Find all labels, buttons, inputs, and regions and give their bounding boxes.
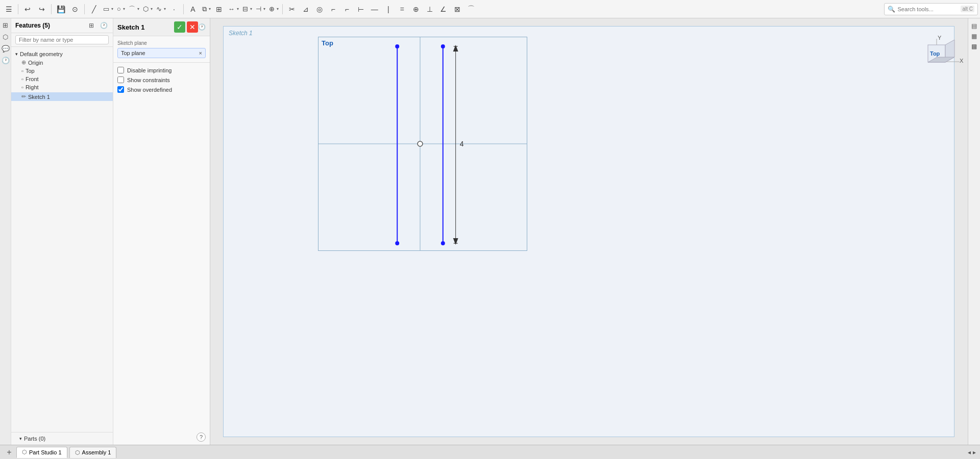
perp-icon: ⊥ [427, 5, 433, 13]
sidebar-item-front[interactable]: ▫ Front [11, 75, 113, 83]
polygon-tool-button[interactable]: ⬡ ▾ [141, 3, 154, 16]
pattern-tool-button[interactable]: ⊟ ▾ [240, 3, 253, 16]
plus-icon: + [7, 448, 11, 457]
equal-button[interactable]: = [396, 3, 409, 16]
search-icon: 🔍 [888, 6, 895, 13]
show-constraints-label: Show constraints [127, 77, 170, 83]
plane-label: Sketch plane [117, 40, 206, 46]
chamfer-icon: ⌐ [345, 5, 349, 13]
line-v-icon: | [387, 5, 389, 13]
tab-assembly-label: Assembly 1 [82, 449, 111, 455]
add-tab-button[interactable]: + [4, 447, 14, 457]
coincident-button[interactable]: ⊠ [451, 3, 464, 16]
spline-tool-button[interactable]: ∿ ▾ [154, 3, 167, 16]
svg-point-8 [418, 141, 423, 146]
rect-tool-button[interactable]: ▭ ▾ [101, 3, 114, 16]
menu-icon: ☰ [6, 5, 12, 13]
sketch-viewport-container: Sketch 1 Top [223, 26, 954, 437]
arc-tool-button[interactable]: ⌒ ▾ [127, 3, 140, 16]
plane-icon-right: ▫ [21, 84, 23, 90]
history-button[interactable]: 🕐 [99, 20, 109, 31]
help-button[interactable]: ? [197, 432, 206, 442]
tangent-button[interactable]: ⌒ [464, 3, 478, 16]
project-tool-button[interactable]: ⊕ ▾ [267, 3, 280, 16]
line-tool-button[interactable]: ╱ [87, 3, 101, 16]
line-v-button[interactable]: | [382, 3, 395, 16]
circle-tool-button[interactable]: ○ ▾ [115, 3, 126, 16]
sidebar-item-top[interactable]: ▫ Top [11, 67, 113, 75]
sidebar-item-origin[interactable]: ⊕ Origin [11, 58, 113, 67]
angle-button[interactable]: ∠ [437, 3, 450, 16]
construction-button[interactable]: — [368, 3, 381, 16]
main-layout: ⊞ ⬡ 💬 🕐 Features (5) ⊞ 🕐 ▾ Default geome… [0, 18, 980, 445]
show-constraints-option[interactable]: Show constraints [117, 76, 206, 83]
view-icon-3[interactable]: ▩ [971, 43, 977, 50]
view-icon-2[interactable]: ▦ [971, 33, 977, 40]
bottom-bar: + ⬡ Part Studio 1 ⬡ Assembly 1 ◂ ▸ [0, 445, 980, 459]
canvas-area[interactable]: Sketch 1 Top [210, 18, 980, 445]
main-toolbar: ☰ ↩ ↪ 💾 ⊙ ╱ ▭ ▾ ○ ▾ ⌒ ▾ ⬡ ▾ [0, 0, 980, 18]
perp-button[interactable]: ⊥ [423, 3, 436, 16]
bottom-icon-left[interactable]: ◂ [968, 449, 971, 456]
extend-tool-button[interactable]: ⊿ [299, 3, 312, 16]
extend-icon: ⊿ [303, 5, 309, 13]
app-logo-icon[interactable]: ⊞ [3, 21, 8, 29]
chamfer-tool-button[interactable]: ⌐ [340, 3, 354, 16]
plane-icon-top: ▫ [21, 68, 23, 74]
menu-button[interactable]: ☰ [2, 3, 15, 16]
show-overdefined-checkbox[interactable] [117, 86, 124, 93]
construction-icon: — [371, 5, 378, 13]
polygon-icon: ⬡ [141, 5, 151, 13]
sidebar-item-right[interactable]: ▫ Right [11, 83, 113, 91]
text-tool-button[interactable]: A [186, 3, 200, 16]
search-input[interactable] [897, 6, 959, 12]
disable-imprinting-checkbox[interactable] [117, 67, 124, 73]
spline-dropdown-arrow: ▾ [164, 7, 167, 11]
origin-icon: ⊕ [21, 59, 26, 66]
sketch-plane-section: Sketch plane Top plane × [113, 36, 210, 63]
sketch-confirm-button[interactable]: ✓ [174, 21, 185, 33]
bottom-icon-right[interactable]: ▸ [973, 449, 976, 456]
filter-input[interactable] [15, 35, 109, 44]
arc-dropdown-arrow: ▾ [137, 7, 140, 11]
point-tool-button[interactable]: · [167, 3, 181, 16]
text-tools-group: A ⧉ ▾ ⊞ ↔ ▾ ⊟ ▾ ⊣ ▾ ⊕ ▾ [186, 3, 280, 16]
mirror-tool-button[interactable]: ⊣ ▾ [254, 3, 266, 16]
view-icon-1[interactable]: ▤ [971, 22, 977, 30]
redo-button[interactable]: ↪ [35, 3, 48, 16]
mirror-dropdown-arrow: ▾ [263, 7, 266, 11]
tab-assembly-1[interactable]: ⬡ Assembly 1 [69, 447, 117, 458]
split-tool-button[interactable]: ⊢ [354, 3, 368, 16]
part-studio-icon: ⬡ [22, 449, 27, 455]
comments-icon[interactable]: 💬 [2, 45, 10, 53]
dimension-tool-button[interactable]: ↔ ▾ [226, 3, 240, 16]
sketch-options: Disable imprinting Show constraints Show… [113, 63, 210, 97]
constraints-button[interactable]: ⊞ [212, 3, 226, 16]
offset-tool-button[interactable]: ◎ [313, 3, 326, 16]
divider-3 [84, 4, 85, 14]
save-button[interactable]: 💾 [54, 3, 67, 16]
fillet-tool-button[interactable]: ⌐ [327, 3, 340, 16]
right-label: Right [26, 84, 39, 90]
show-instances-button[interactable]: ⊞ [86, 20, 96, 31]
parts-header[interactable]: ▾ Parts (0) [15, 435, 109, 443]
undo-button[interactable]: ↩ [21, 3, 34, 16]
copy-tool-button[interactable]: ⧉ ▾ [200, 3, 212, 16]
cross-button[interactable]: ⊕ [409, 3, 423, 16]
sketch-geometry-svg: 4 [318, 37, 527, 250]
project-dropdown-arrow: ▾ [277, 7, 280, 11]
clear-plane-button[interactable]: × [199, 50, 202, 56]
sketch-history-button[interactable]: 🕐 [198, 23, 206, 31]
svg-text:4: 4 [460, 140, 464, 148]
trim-tool-button[interactable]: ✂ [285, 3, 299, 16]
history-icon[interactable]: 🕐 [2, 57, 10, 64]
sidebar-item-sketch1[interactable]: ✏ Sketch 1 [11, 92, 113, 101]
parts-icon[interactable]: ⬡ [3, 33, 8, 41]
link-button[interactable]: ⊙ [68, 3, 82, 16]
default-geometry-header[interactable]: ▾ Default geometry [11, 50, 113, 58]
sketch-cancel-button[interactable]: ✕ [187, 21, 198, 33]
tab-part-studio-1[interactable]: ⬡ Part Studio 1 [16, 447, 67, 458]
disable-imprinting-option[interactable]: Disable imprinting [117, 67, 206, 73]
show-constraints-checkbox[interactable] [117, 76, 124, 83]
show-overdefined-option[interactable]: Show overdefined [117, 86, 206, 93]
